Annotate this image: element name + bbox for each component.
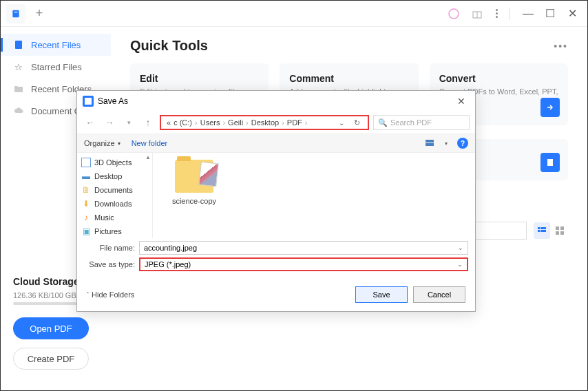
cloud-icon <box>13 105 24 116</box>
save-button[interactable]: Save <box>355 286 408 303</box>
star-icon: ☆ <box>13 61 24 72</box>
desktop-icon: ▬ <box>81 171 91 181</box>
folder-icon: 🗎 <box>81 185 91 195</box>
folder-icon <box>13 83 24 94</box>
dialog-navbar: ← → ▾ ↑ « c (C:) › Users › Geili › Deskt… <box>77 112 475 134</box>
new-folder-button[interactable]: New folder <box>132 139 168 147</box>
maximize-button[interactable]: ☐ <box>540 4 560 23</box>
folder-item[interactable]: science-copy <box>167 160 222 205</box>
close-button[interactable]: ✕ <box>563 4 582 23</box>
dialog-fields: File name: accounting.jpeg ⌄ Save as typ… <box>77 238 475 279</box>
hide-folders-button[interactable]: ˆHide Folders <box>87 290 134 299</box>
quick-tools-title: Quick Tools <box>130 38 208 54</box>
chevron-right-icon: › <box>222 118 225 127</box>
search-placeholder: Search PDF <box>390 118 432 127</box>
breadcrumb-part[interactable]: PDF <box>287 118 302 127</box>
dialog-close-button[interactable]: ✕ <box>453 96 470 107</box>
file-name-label: File name: <box>84 244 139 252</box>
organize-button[interactable]: Organize▾ <box>84 139 120 147</box>
svg-rect-11 <box>538 230 540 232</box>
sidebar-item-label: Recent Files <box>31 40 81 50</box>
chevron-down-icon[interactable]: ⌄ <box>457 261 463 268</box>
cancel-button[interactable]: Cancel <box>413 286 465 303</box>
app-icon <box>83 96 94 107</box>
help-icon[interactable]: ? <box>457 138 468 149</box>
tree-item[interactable]: ⬇Downloads <box>77 197 152 211</box>
3d-objects-icon <box>81 158 91 167</box>
svg-rect-13 <box>556 226 559 230</box>
music-icon: ♪ <box>81 213 91 222</box>
file-name-input[interactable]: accounting.jpeg ⌄ <box>139 241 468 255</box>
nav-forward-button[interactable]: → <box>102 115 117 130</box>
svg-rect-1 <box>14 12 18 12</box>
chevron-right-icon: › <box>305 118 308 127</box>
svg-point-2 <box>449 9 459 19</box>
chevron-right-icon: › <box>246 118 249 127</box>
view-dropdown-icon[interactable]: ▾ <box>439 136 453 150</box>
tool-name: Convert <box>439 73 558 84</box>
svg-rect-14 <box>560 226 564 230</box>
svg-rect-15 <box>556 231 559 235</box>
chevron-down-icon[interactable]: ▾ <box>121 115 136 130</box>
svg-rect-5 <box>15 41 22 49</box>
tree-item[interactable]: ▬Desktop <box>77 169 152 183</box>
tool-name: Edit <box>140 73 259 84</box>
view-mode-button[interactable] <box>423 136 437 150</box>
svg-rect-10 <box>540 227 546 229</box>
list-view-button[interactable] <box>534 222 550 239</box>
pictures-icon: ▣ <box>81 226 91 236</box>
svg-rect-8 <box>547 159 553 166</box>
tree-item[interactable]: 3D Objects <box>77 156 152 169</box>
tree-item[interactable]: 🗎Documents <box>77 183 152 197</box>
minimize-button[interactable]: — <box>518 4 538 23</box>
svg-rect-19 <box>85 98 92 105</box>
create-pdf-button[interactable]: Create PDF <box>13 348 89 370</box>
dialog-toolbar: Organize▾ New folder ▾ ? <box>77 134 475 153</box>
save-as-dialog: Save As ✕ ← → ▾ ↑ « c (C:) › Users › Gei… <box>76 90 476 312</box>
scroll-up-icon[interactable]: ▲ <box>145 154 151 160</box>
tool-name: Comment <box>289 73 408 84</box>
dialog-search-box[interactable]: 🔍 Search PDF <box>373 115 470 130</box>
breadcrumb[interactable]: « c (C:) › Users › Geili › Desktop › PDF… <box>160 115 369 130</box>
nav-up-button[interactable]: ↑ <box>140 115 156 130</box>
gift-icon[interactable] <box>470 6 485 21</box>
sidebar-item-label: Starred Files <box>31 62 82 72</box>
svg-rect-16 <box>560 231 564 235</box>
folder-tree: ▲ 3D Objects ▬Desktop 🗎Documents ⬇Downlo… <box>77 153 153 238</box>
dialog-footer: ˆHide Folders Save Cancel <box>77 279 475 311</box>
svg-rect-20 <box>426 140 434 142</box>
tree-item[interactable]: ♪Music <box>77 211 152 224</box>
new-tab-button[interactable]: + <box>30 4 49 23</box>
chevron-right-icon: › <box>195 118 198 127</box>
more-icon[interactable]: ••• <box>554 41 568 52</box>
grid-view-button[interactable] <box>552 222 568 239</box>
folder-icon: ⬇ <box>81 199 91 209</box>
breadcrumb-part[interactable]: Desktop <box>251 118 279 127</box>
folder-thumb-icon <box>175 160 213 193</box>
home-tab[interactable] <box>6 4 25 23</box>
sidebar-item-starred-files[interactable]: ☆ Starred Files <box>1 56 111 78</box>
file-browser[interactable]: science-copy <box>153 153 475 238</box>
folder-name: science-copy <box>167 197 222 205</box>
convert-icon <box>540 98 560 117</box>
breadcrumb-part[interactable]: Users <box>200 118 220 127</box>
avatar-icon[interactable] <box>446 6 461 21</box>
sidebar-item-recent-files[interactable]: Recent Files <box>1 34 111 56</box>
breadcrumb-part: « <box>167 118 171 127</box>
svg-rect-12 <box>540 230 546 232</box>
svg-rect-21 <box>426 143 434 146</box>
svg-rect-0 <box>12 10 19 17</box>
save-type-label: Save as type: <box>84 260 139 268</box>
refresh-icon[interactable]: ↻ <box>351 118 362 127</box>
chevron-down-icon[interactable]: ⌄ <box>458 244 463 251</box>
dialog-titlebar[interactable]: Save As ✕ <box>77 91 475 112</box>
save-type-select[interactable]: JPEG (*.jpeg) ⌄ <box>139 257 468 271</box>
breadcrumb-part[interactable]: Geili <box>228 118 243 127</box>
breadcrumb-part[interactable]: c (C:) <box>174 118 192 127</box>
tree-item[interactable]: ▣Pictures <box>77 224 152 238</box>
menu-icon[interactable] <box>489 9 504 18</box>
breadcrumb-dropdown-icon[interactable]: ⌄ <box>339 119 344 127</box>
template-icon <box>540 153 560 172</box>
nav-back-button[interactable]: ← <box>83 115 98 130</box>
open-pdf-button[interactable]: Open PDF <box>13 317 89 339</box>
